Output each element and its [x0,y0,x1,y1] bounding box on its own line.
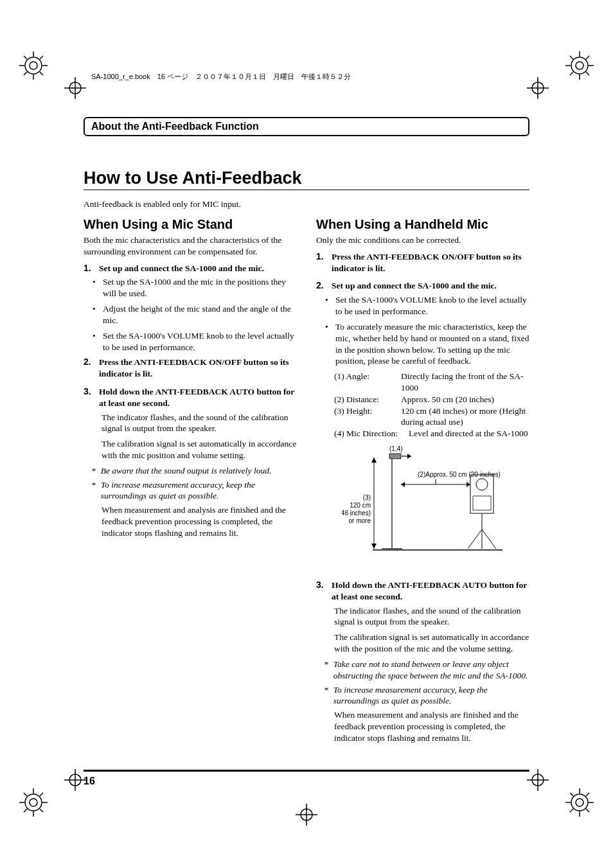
footer-rule [84,770,529,772]
step-heading: Press the ANTI-FEEDBACK ON/OFF button so… [332,251,529,274]
registration-mark-icon [565,51,594,80]
svg-marker-74 [371,457,377,463]
note-item: *To increase measurement accuracy, keep … [324,684,529,707]
svg-point-1 [30,62,37,69]
step-item: 1. Set up and connect the SA-1000 and th… [84,263,297,274]
step-item: 1. Press the ANTI-FEEDBACK ON/OFF button… [316,251,529,274]
svg-marker-75 [371,544,377,549]
svg-text:(48 inches): (48 inches) [342,509,371,517]
bullet-item: •Set the SA-1000's VOLUME knob to the le… [325,294,529,317]
svg-point-10 [571,57,588,74]
step-heading: Hold down the ANTI-FEEDBACK AUTO button … [332,580,529,603]
svg-line-28 [40,793,43,796]
svg-line-37 [586,809,589,812]
crosshair-icon [527,77,549,99]
section-title-box: About the Anti-Feedback Function [84,117,529,136]
svg-marker-62 [466,482,470,487]
svg-line-29 [24,809,27,812]
spec-value: 120 cm (48 inches) or more (Height durin… [401,405,529,429]
asterisk-icon: * [91,479,96,502]
spec-label: (1) Angle: [334,371,401,394]
step-item: 2. Press the ANTI-FEEDBACK ON/OFF button… [84,357,297,380]
svg-line-19 [570,72,573,75]
note-item: *Take care not to stand between or leave… [324,659,529,682]
bullet-icon: • [93,303,98,326]
step-item: 3. Hold down the ANTI-FEEDBACK AUTO butt… [84,386,297,409]
svg-point-21 [30,799,37,806]
asterisk-icon: * [91,465,96,477]
svg-rect-57 [389,454,401,459]
page-content: About the Anti-Feedback Function How to … [84,117,529,748]
svg-rect-67 [473,496,491,510]
bullet-item: •Set up the SA-1000 and the mic in the p… [93,276,297,299]
spec-row: (2) Distance:Approx. 50 cm (20 inches) [334,394,529,405]
step-item: 2. Set up and connect the SA-1000 and th… [316,280,529,292]
bullet-icon: • [93,330,98,353]
svg-point-31 [576,799,583,806]
bullet-text: Set the SA-1000's VOLUME knob to the lev… [103,330,297,353]
bullet-item: •Set the SA-1000's VOLUME knob to the le… [93,330,297,353]
note-text: Be aware that the sound output is relati… [101,465,272,477]
svg-line-69 [468,529,482,549]
left-column: When Using a Mic Stand Both the mic char… [84,217,297,748]
diagram-label: (1,4) [389,446,403,452]
svg-line-6 [24,56,27,59]
step-number: 2. [316,280,328,292]
svg-line-9 [24,72,27,75]
bullet-icon: • [93,276,98,299]
print-header-text: SA-1000_r_e.book 16 ページ ２００７年１０月１日 月曜日 午… [91,72,351,82]
svg-point-11 [576,62,583,69]
step-item: 3. Hold down the ANTI-FEEDBACK AUTO butt… [316,580,529,603]
note-item: *To increase measurement accuracy, keep … [91,479,297,502]
spec-label: (2) Distance: [334,394,401,405]
svg-text:(3): (3) [363,494,371,501]
svg-point-66 [476,479,488,490]
note-text: To increase measurement accuracy, keep t… [101,479,297,502]
bullet-item: •Adjust the height of the mic stand and … [93,303,297,326]
bullet-text: To accurately measure the mic characteri… [335,321,529,367]
step-heading: Set up and connect the SA-1000 and the m… [99,263,264,274]
step-number: 3. [84,386,95,409]
crosshair-icon [64,769,86,791]
asterisk-icon: * [324,659,328,682]
bullet-text: Adjust the height of the mic stand and t… [103,303,297,326]
spec-label: (4) Mic Direction: [334,428,409,439]
body-text: When measurement and analysis are finish… [334,709,529,743]
svg-rect-65 [470,475,493,513]
crosshair-icon [296,804,317,826]
svg-marker-59 [407,454,411,459]
crosshair-icon [527,769,549,791]
spec-value: Approx. 50 cm (20 inches) [401,394,494,405]
svg-point-30 [571,794,588,811]
bullet-text: Set up the SA-1000 and the mic in the po… [103,276,297,299]
body-text: The calibration signal is set automatica… [102,438,297,461]
svg-line-39 [570,809,573,812]
registration-mark-icon [565,788,594,817]
registration-mark-icon [19,51,48,80]
svg-marker-61 [401,482,405,487]
svg-line-8 [40,56,43,59]
note-text: To increase measurement accuracy, keep t… [333,684,529,707]
svg-text:120 cm: 120 cm [350,502,371,509]
bullet-text: Set the SA-1000's VOLUME knob to the lev… [335,294,529,317]
note-text: Take care not to stand between or leave … [333,659,529,682]
svg-point-0 [25,57,42,74]
svg-line-27 [40,809,43,812]
crosshair-icon [64,77,86,99]
step-heading: Press the ANTI-FEEDBACK ON/OFF button so… [99,357,297,380]
svg-line-18 [586,56,589,59]
spec-value: Level and directed at the SA-1000 [409,428,528,439]
svg-line-16 [570,56,573,59]
spec-value: Directly facing the front of the SA-1000 [401,371,529,394]
body-text: Both the mic characteristics and the cha… [84,235,297,258]
bullet-item: •To accurately measure the mic character… [325,321,529,367]
spec-row: (3) Height:120 cm (48 inches) or more (H… [334,405,529,429]
body-text: The indicator flashes, and the sound of … [102,412,297,435]
mic-position-diagram: (1,4) (2)Approx. 50 cm (20 inches) [342,446,529,571]
svg-line-7 [40,72,43,75]
svg-line-26 [24,793,27,796]
heading-1: How to Use Anti-Feedback [84,168,529,190]
heading-2: When Using a Mic Stand [84,217,297,232]
svg-line-70 [482,529,496,549]
right-column: When Using a Handheld Mic Only the mic c… [316,217,529,748]
